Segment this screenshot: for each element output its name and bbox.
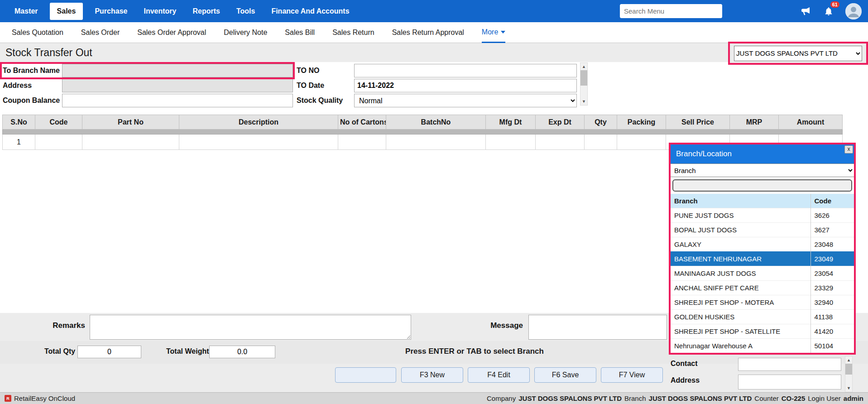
to-no-label: TO NO [297,64,319,77]
popup-close-icon[interactable]: x [844,145,853,154]
branch-row-anchal-sniff-pet-care[interactable]: ANCHAL SNIFF PET CARE 23329 [671,280,854,295]
nav-purchase[interactable]: Purchase [90,3,132,19]
tab-sales-order[interactable]: Sales Order [81,29,120,37]
cell-batch-no[interactable] [386,135,486,150]
branch-name-cell[interactable]: GOLDEN HUSKIES [671,309,810,324]
total-weight-input[interactable] [209,346,275,358]
notification-count-badge: 61 [830,1,839,8]
nav-master[interactable]: Master [10,3,43,19]
f7-view-button[interactable]: F7 View [601,367,663,383]
branch-row-shreeji-pet-shop-motera[interactable]: SHREEJI PET SHOP - MOTERA 32940 [671,295,854,309]
cell-sno[interactable]: 1 [3,135,35,150]
nav-sales[interactable]: Sales [50,3,83,20]
address-label: Address [3,79,32,92]
select-branch-hint: Press ENTER or TAB to select Branch [355,347,595,356]
scroll-down-arrow[interactable]: ▼ [580,98,587,105]
scroll-thumb[interactable] [580,70,587,86]
branch-code-cell[interactable]: 41138 [810,309,854,324]
branch-code-cell[interactable]: 23329 [810,280,854,295]
col-description: Description [179,115,338,130]
branch-name-cell[interactable]: SHREEJI PET SHOP - SATELLITE [671,324,810,338]
contact-input[interactable] [738,358,841,371]
announcement-icon[interactable] [799,5,813,18]
branch-row-galaxy[interactable]: GALAXY 23048 [671,237,854,251]
col-exp-dt: Exp Dt [536,115,585,130]
cell-description[interactable] [179,135,338,150]
to-no-input[interactable] [354,64,577,77]
remarks-textarea[interactable] [90,315,411,340]
tab-more[interactable]: More [482,22,505,43]
top-nav: Master Sales Purchase Inventory Reports … [0,0,868,22]
tab-delivery-note[interactable]: Delivery Note [224,29,267,37]
branch-code-cell[interactable]: 23049 [810,251,854,266]
branch-name-cell[interactable]: GALAXY [671,237,810,251]
branch-row-shreeji-pet-shop-satellite[interactable]: SHREEJI PET SHOP - SATELLITE 41420 [671,324,854,338]
branch-name-cell[interactable]: PUNE JUST DOGS [671,208,810,222]
branch-name-cell[interactable]: BOPAL JUST DOGS [671,222,810,237]
branch-code-cell[interactable]: 3626 [810,208,854,222]
cell-part-no[interactable] [82,135,179,150]
branch-row-basement-nehrunagar-selected[interactable]: BASEMENT NEHRUNAGAR 23049 [671,251,854,266]
contact-panel-scrollbar[interactable]: ▲ ▼ [845,356,853,392]
f4-edit-button[interactable]: F4 Edit [468,367,530,383]
to-date-label: TO Date [297,79,324,92]
cell-no-of-cartons[interactable] [338,135,386,150]
message-textarea[interactable] [528,315,667,340]
f3-new-button[interactable]: F3 New [401,367,463,383]
stock-quality-select[interactable]: Normal [354,94,577,107]
branch-row-pune-just-dogs[interactable]: PUNE JUST DOGS 3626 [671,208,854,222]
to-branch-name-label: To Branch Name [3,64,60,77]
cell-packing[interactable] [617,135,666,150]
stock-transfer-out-page: Master Sales Purchase Inventory Reports … [0,0,868,404]
f6-save-button[interactable]: F6 Save [534,367,596,383]
branch-search-input[interactable] [672,179,852,192]
cell-qty[interactable] [585,135,617,150]
tab-sales-return[interactable]: Sales Return [332,29,374,37]
scroll-up-arrow[interactable]: ▲ [845,356,852,364]
user-avatar[interactable] [845,3,862,19]
branch-code-cell[interactable]: 23048 [810,237,854,251]
scroll-up-arrow[interactable]: ▲ [580,63,587,70]
tab-sales-order-approval[interactable]: Sales Order Approval [137,29,206,37]
to-date-input[interactable] [354,79,577,92]
company-select[interactable]: JUST DOGS SPALONS PVT LTD [734,46,862,61]
branch-filter-select[interactable]: Branch [671,164,854,177]
nav-reports[interactable]: Reports [188,3,224,19]
tab-sales-quotation[interactable]: Sales Quotation [12,29,63,37]
nav-inventory[interactable]: Inventory [139,3,181,19]
branch-name-cell[interactable]: Nehrunagar Warehouse A [671,338,810,353]
branch-code-cell[interactable]: 50104 [810,338,854,353]
branch-name-cell[interactable]: MANINAGAR JUST DOGS [671,266,810,280]
coupon-balance-input[interactable] [62,94,293,107]
notifications-bell-icon[interactable]: 61 [822,5,835,18]
branch-code-cell[interactable]: 32940 [810,295,854,309]
col-packing: Packing [617,115,666,130]
branch-row-nehrunagar-warehouse-a[interactable]: Nehrunagar Warehouse A 50104 [671,338,854,353]
contact-address-input[interactable] [738,375,841,390]
branch-name-cell[interactable]: ANCHAL SNIFF PET CARE [671,280,810,295]
nav-finance-and-accounts[interactable]: Finance And Accounts [267,3,354,19]
cell-exp-dt[interactable] [536,135,585,150]
nav-tools[interactable]: Tools [232,3,259,19]
remarks-label: Remarks [27,321,85,330]
total-qty-input[interactable] [77,346,141,358]
branch-name-cell[interactable]: SHREEJI PET SHOP - MOTERA [671,295,810,309]
branch-code-cell[interactable]: 3627 [810,222,854,237]
tab-sales-bill[interactable]: Sales Bill [285,29,315,37]
to-branch-name-input [62,64,293,77]
branch-code-cell[interactable]: 41420 [810,324,854,338]
scroll-down-arrow[interactable]: ▼ [845,385,852,392]
search-menu-input[interactable] [620,4,722,18]
cell-mfg-dt[interactable] [486,135,536,150]
branch-row-bopal-just-dogs[interactable]: BOPAL JUST DOGS 3627 [671,222,854,237]
popup-title: Branch/Location [676,149,732,158]
branch-row-maninagar-just-dogs[interactable]: MANINAGAR JUST DOGS 23054 [671,266,854,280]
cell-code[interactable] [35,135,82,150]
branch-row-golden-huskies[interactable]: GOLDEN HUSKIES 41138 [671,309,854,324]
branch-name-cell[interactable]: BASEMENT NEHRUNAGAR [671,251,810,266]
blank-button[interactable] [335,367,396,383]
form-scrollbar[interactable]: ▲ ▼ [580,63,588,106]
branch-code-cell[interactable]: 23054 [810,266,854,280]
scroll-thumb[interactable] [845,364,852,375]
tab-sales-return-approval[interactable]: Sales Return Approval [392,29,464,37]
